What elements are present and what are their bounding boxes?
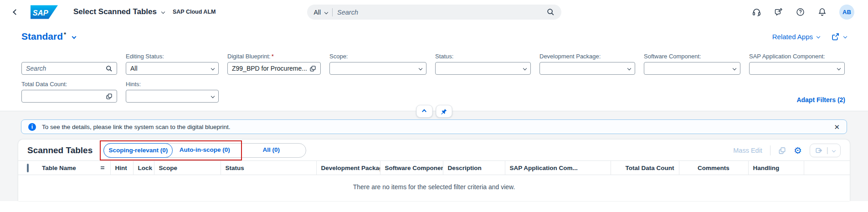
variant-selector[interactable]: Standard *: [21, 31, 76, 42]
chevron-down-icon: [211, 94, 215, 98]
column-software-component[interactable]: Software Component: [380, 161, 443, 175]
column-comments[interactable]: Comments: [679, 161, 748, 175]
column-status[interactable]: Status: [221, 161, 316, 175]
sort-icon[interactable]: [99, 165, 106, 171]
collapse-filter-button[interactable]: [416, 105, 432, 118]
hints-label: Hints:: [126, 81, 219, 88]
view-segmented-control: Scoping-relevant (0) Auto-in-scope (0) A…: [103, 143, 306, 158]
share-button[interactable]: [832, 33, 847, 41]
related-apps-button[interactable]: Related Apps: [772, 33, 820, 41]
export-split-button[interactable]: |: [810, 144, 841, 157]
digital-blueprint-label: Digital Blueprint:: [227, 53, 271, 60]
avatar[interactable]: AB: [839, 5, 854, 20]
total-data-count-label: Total Data Count:: [21, 81, 117, 88]
scope-select[interactable]: [329, 62, 426, 75]
filter-divider: [0, 111, 868, 111]
empty-row: There are no items for the selected filt…: [18, 175, 850, 199]
search-scope-select[interactable]: All: [314, 9, 328, 16]
value-help-icon[interactable]: [106, 93, 113, 100]
related-apps-label: Related Apps: [772, 33, 813, 41]
search-icon[interactable]: [106, 65, 113, 72]
tab-all[interactable]: All (0): [236, 143, 306, 158]
digital-blueprint-input[interactable]: Z99_BPD for Procureme...: [227, 62, 321, 75]
hints-select[interactable]: [126, 90, 219, 103]
global-search-input[interactable]: [337, 9, 542, 16]
column-development-package[interactable]: Development Package: [316, 161, 380, 175]
editing-status-label: Editing Status:: [126, 53, 219, 60]
chevron-down-icon: [72, 35, 77, 39]
variant-modified-marker: *: [64, 31, 66, 38]
filter-total-data-count: Total Data Count:: [21, 81, 117, 103]
required-marker: *: [272, 53, 274, 60]
back-icon[interactable]: [14, 10, 18, 14]
pin-filter-button[interactable]: [436, 105, 452, 118]
variant-title: Standard: [21, 31, 63, 42]
search-divider: [332, 8, 333, 16]
chevron-down-icon: [211, 67, 215, 70]
scanned-tables-table: Table Name Hint Lock Scope Status Develo…: [18, 160, 850, 199]
export-icon: [815, 147, 822, 154]
chevron-down-icon: [161, 10, 165, 14]
filter-bar: Editing Status: All Digital Blueprint:* …: [0, 42, 868, 111]
sap-logo-icon: SAP: [31, 5, 58, 19]
settings-gear-icon[interactable]: ⚙: [794, 146, 802, 155]
column-lock[interactable]: Lock: [133, 161, 154, 175]
column-total-data-count[interactable]: Total Data Count: [611, 161, 679, 175]
svg-text:SAP: SAP: [33, 8, 48, 16]
app-title[interactable]: Select Scanned Tables: [73, 7, 164, 16]
chevron-down-icon: [817, 35, 820, 38]
development-package-select[interactable]: [539, 62, 635, 75]
chevron-down-icon: [627, 67, 631, 70]
value-help-icon[interactable]: [309, 65, 316, 72]
filter-software-component: Software Component:: [644, 53, 740, 75]
column-table-name[interactable]: Table Name: [37, 161, 110, 175]
info-message-strip: i To see the details, please link the sy…: [21, 119, 847, 134]
app-title-label: Select Scanned Tables: [73, 7, 157, 16]
mass-edit-button[interactable]: Mass Edit: [733, 147, 762, 154]
info-message-text: To see the details, please link the syst…: [42, 124, 230, 130]
tab-scoping-relevant[interactable]: Scoping-relevant (0): [103, 143, 173, 158]
column-hint[interactable]: Hint: [110, 161, 133, 175]
column-description[interactable]: Description: [443, 161, 505, 175]
filter-search: [21, 53, 117, 75]
filter-search-input[interactable]: [26, 65, 106, 72]
support-headset-icon[interactable]: [752, 7, 761, 17]
help-icon[interactable]: [796, 7, 805, 17]
notifications-bell-icon[interactable]: [817, 7, 827, 17]
filter-digital-blueprint: Digital Blueprint:* Z99_BPD for Procurem…: [227, 53, 321, 75]
chevron-down-icon: [419, 67, 422, 70]
chevron-down-icon: [832, 149, 836, 152]
scope-label: Scope:: [329, 53, 426, 60]
app-subtitle: SAP Cloud ALM: [173, 9, 216, 15]
software-component-select[interactable]: [644, 62, 740, 75]
toolbar-divider: [770, 145, 770, 155]
sap-logo[interactable]: SAP: [31, 5, 58, 19]
select-all-checkbox[interactable]: [27, 164, 29, 172]
chevron-down-icon: [523, 67, 527, 70]
filter-editing-status: Editing Status: All: [126, 53, 219, 75]
chevron-down-icon: [843, 35, 847, 38]
column-handling[interactable]: Handling: [748, 161, 804, 175]
close-icon[interactable]: ✕: [834, 124, 840, 130]
search-icon[interactable]: [547, 8, 555, 16]
filter-status: Status:: [435, 53, 531, 75]
column-sap-application-component[interactable]: SAP Application Com...: [505, 161, 611, 175]
status-select[interactable]: [435, 62, 531, 75]
editing-status-select[interactable]: All: [126, 62, 219, 75]
chevron-down-icon: [837, 67, 841, 70]
tab-auto-in-scope[interactable]: Auto-in-scope (0): [173, 143, 236, 158]
feedback-icon[interactable]: [774, 7, 783, 17]
pin-icon: [441, 108, 447, 115]
copy-icon[interactable]: [778, 147, 786, 155]
software-component-label: Software Component:: [644, 53, 740, 60]
status-label: Status:: [435, 53, 531, 60]
adapt-filters-link[interactable]: Adapt Filters (2): [796, 96, 845, 103]
global-search[interactable]: All: [307, 5, 561, 20]
section-title: Scanned Tables: [27, 145, 92, 155]
no-items-message: There are no items for the selected filt…: [18, 175, 850, 199]
share-icon: [832, 33, 839, 41]
column-scope[interactable]: Scope: [154, 161, 221, 175]
total-data-count-input[interactable]: [21, 90, 117, 103]
filter-sap-application-component: SAP Application Component:: [749, 53, 845, 75]
sap-application-component-select[interactable]: [749, 62, 845, 75]
